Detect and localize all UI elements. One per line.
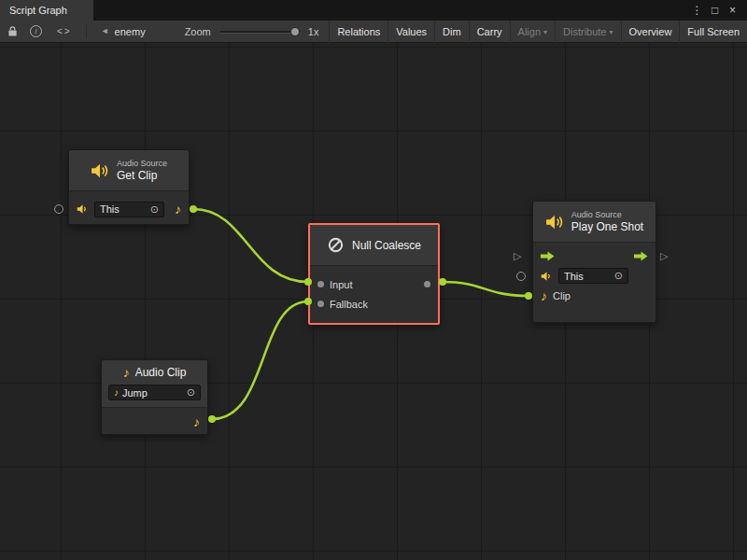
node-audio-clip-header: ♪ Audio Clip <box>102 360 207 384</box>
overview-button[interactable]: Overview <box>621 21 680 43</box>
fallback-port[interactable] <box>317 301 324 307</box>
distribute-button[interactable]: Distribute▾ <box>555 21 620 43</box>
info-icon[interactable]: i <box>30 25 42 37</box>
node-category: Audio Source <box>117 159 167 169</box>
object-picker-icon[interactable]: ⊙ <box>614 271 623 281</box>
zoom-slider-handle[interactable] <box>290 27 300 36</box>
carry-button[interactable]: Carry <box>469 21 510 43</box>
align-button[interactable]: Align▾ <box>510 21 555 43</box>
audio-clip-value-row: ♪ Jump ⊙ <box>102 384 207 408</box>
node-null-coalesce-header: Null Coalesce <box>310 225 438 266</box>
zoom-label: Zoom <box>185 26 211 37</box>
carry-label: Carry <box>477 26 502 37</box>
audio-clip-output-row: ♪ <box>102 412 207 431</box>
overview-label: Overview <box>629 26 672 37</box>
edit-code-icon[interactable]: <> <box>57 21 72 43</box>
fallback-port-row: Fallback <box>310 294 438 314</box>
audio-source-icon <box>77 203 89 215</box>
distribute-label: Distribute <box>563 26 606 37</box>
flow-output-arrow-icon[interactable] <box>634 251 648 261</box>
node-footer-spacer <box>533 305 655 316</box>
window-close-icon[interactable]: × <box>726 4 740 17</box>
window-controls: ⋮ □ × <box>690 0 747 21</box>
relations-button[interactable]: Relations <box>329 21 388 43</box>
audio-clip-output-port-icon[interactable]: ♪ <box>193 415 200 428</box>
play-one-shot-target-input-port[interactable] <box>516 272 526 281</box>
toolbar-button-group: Relations Values Dim Carry Align▾ Distri… <box>329 21 747 43</box>
audio-clip-picker[interactable]: ♪ Jump ⊙ <box>108 385 201 400</box>
chevron-down-icon: ▾ <box>543 28 547 36</box>
fallback-port-label: Fallback <box>330 299 368 310</box>
flow-input-arrow-icon[interactable] <box>541 251 555 261</box>
values-label: Values <box>396 26 427 37</box>
audio-clip-output-port-icon[interactable]: ♪ <box>175 203 181 216</box>
target-picker[interactable]: This ⊙ <box>558 268 628 284</box>
node-category: Audio Source <box>571 210 643 220</box>
audio-clip-icon: ♪ <box>123 366 130 379</box>
node-title: Null Coalesce <box>352 239 421 252</box>
zoom-value: 1x <box>308 26 319 37</box>
relations-label: Relations <box>337 26 380 37</box>
tab-label: Script Graph <box>9 5 67 16</box>
window-maximize-icon[interactable]: □ <box>708 4 722 17</box>
full-screen-label: Full Screen <box>687 26 740 37</box>
dim-label: Dim <box>443 26 461 37</box>
toolbar: i <> ◄ enemy Zoom 1x Relations Values Di… <box>0 21 747 43</box>
align-label: Align <box>518 26 541 37</box>
graph-name: enemy <box>115 26 146 37</box>
target-value: This <box>100 203 120 215</box>
clip-port-row: ♪ Clip <box>533 286 655 305</box>
node-get-clip-header: Audio Source Get Clip <box>69 150 189 191</box>
node-title: Audio Clip <box>135 366 187 379</box>
audio-source-icon <box>545 214 564 231</box>
tab-bar: Script Graph ⋮ □ × <box>0 0 747 21</box>
zoom-slider-track <box>220 31 301 34</box>
back-arrow-icon: ◄ <box>101 27 109 35</box>
graph-breadcrumb[interactable]: ◄ enemy <box>101 26 146 37</box>
node-get-clip[interactable]: Audio Source Get Clip This ⊙ ♪ <box>68 149 190 225</box>
full-screen-button[interactable]: Full Screen <box>679 21 747 43</box>
node-title: Get Clip <box>117 169 167 182</box>
get-clip-target-row: This ⊙ ♪ <box>69 196 189 222</box>
target-picker[interactable]: This ⊙ <box>94 202 164 217</box>
clip-port-label: Clip <box>553 290 571 301</box>
node-null-coalesce[interactable]: Null Coalesce Input Fallback <box>308 223 440 325</box>
audio-source-icon <box>541 271 553 282</box>
audio-source-icon <box>91 162 109 179</box>
node-title: Play One Shot <box>571 220 643 233</box>
flow-output-port-triangle[interactable]: ▷ <box>660 251 668 261</box>
node-audio-clip[interactable]: ♪ Audio Clip ♪ Jump ⊙ ♪ <box>101 359 208 435</box>
toolbar-separator <box>86 24 87 38</box>
null-coalesce-icon <box>327 236 345 254</box>
audio-clip-mini-icon: ♪ <box>114 388 119 398</box>
control-flow-row <box>533 246 655 266</box>
node-play-one-shot[interactable]: Audio Source Play One Shot This ⊙ ♪ Clip <box>532 201 656 323</box>
chevron-down-icon: ▾ <box>610 28 613 36</box>
flow-input-port-triangle[interactable]: ▷ <box>514 251 521 261</box>
tab-script-graph[interactable]: Script Graph <box>0 0 93 21</box>
values-button[interactable]: Values <box>388 21 434 43</box>
audio-clip-port-icon[interactable]: ♪ <box>541 289 547 302</box>
zoom-slider[interactable] <box>220 21 301 43</box>
object-picker-icon[interactable]: ⊙ <box>187 387 195 398</box>
input-port-row: Input <box>310 274 438 294</box>
target-value: This <box>564 271 584 282</box>
get-clip-target-input-port[interactable] <box>54 204 63 214</box>
input-port[interactable] <box>317 281 324 287</box>
dim-button[interactable]: Dim <box>434 21 469 43</box>
input-port-label: Input <box>330 279 352 290</box>
node-play-one-shot-header: Audio Source Play One Shot <box>533 202 655 243</box>
window-menu-icon[interactable]: ⋮ <box>690 4 704 17</box>
play-one-shot-target-row: This ⊙ <box>533 266 655 286</box>
lock-icon[interactable] <box>7 21 18 43</box>
object-picker-icon[interactable]: ⊙ <box>150 204 159 215</box>
output-port[interactable] <box>424 281 430 287</box>
unity-script-graph-window: Script Graph ⋮ □ × i <> ◄ enemy Zoom 1x … <box>0 0 747 560</box>
audio-clip-value: Jump <box>122 387 148 399</box>
